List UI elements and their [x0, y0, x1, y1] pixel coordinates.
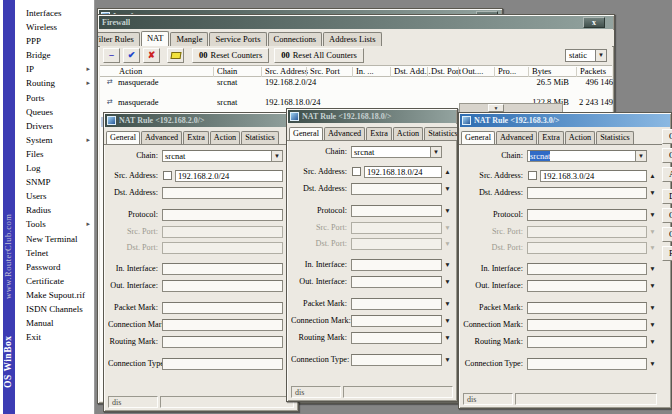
field-input-protocol[interactable] [527, 209, 647, 221]
table-row[interactable]: ⇄masqueradesrcnat192.168.2.0/2426.5 MiB4… [101, 77, 613, 87]
field-input-in-interface[interactable] [162, 263, 283, 275]
dialog-titlebar[interactable]: NAT Rule <192.168.3.0/> [460, 114, 670, 127]
tab-service-ports[interactable]: Service Ports [209, 32, 266, 46]
sidebar-item-telnet[interactable]: Telnet [15, 246, 94, 260]
field-input-src-address[interactable]: 192.168.18.0/24 [364, 166, 442, 178]
field-input-in-interface[interactable] [527, 263, 647, 275]
field-input-src-address[interactable]: 192.168.2.0/24 [175, 170, 283, 182]
comment-button[interactable]: Comment [662, 208, 672, 223]
invert-checkbox[interactable] [352, 167, 361, 176]
field-input-connection-type[interactable] [351, 354, 442, 366]
sidebar-item-wireless[interactable]: Wireless [15, 20, 94, 34]
tab-general[interactable]: General [106, 131, 140, 144]
copy-button[interactable]: Copy [662, 227, 672, 242]
field-input-out-interface[interactable] [351, 276, 442, 288]
chevron-down-icon[interactable]: ▼ [442, 356, 453, 363]
sidebar-item-make-supout-rif[interactable]: Make Supout.rif [15, 288, 94, 302]
field-input-packet-mark[interactable] [351, 298, 442, 310]
sidebar-item-ip[interactable]: IP▸ [15, 62, 94, 76]
field-input-connection-mark[interactable] [527, 319, 647, 331]
tab-advanced[interactable]: Advanced [324, 127, 365, 140]
tab-general[interactable]: General [461, 131, 495, 144]
tab-address-lists[interactable]: Address Lists [323, 32, 382, 46]
cancel-button[interactable]: Cancel [662, 148, 672, 163]
column-header-out[interactable]: Out.... [458, 67, 483, 77]
tab-extra[interactable]: Extra [366, 127, 392, 140]
chevron-down-icon[interactable]: ▼ [647, 304, 658, 311]
tab-nat[interactable]: NAT [141, 31, 170, 46]
enable-rule-button[interactable]: ✔ [123, 48, 140, 63]
field-input-dst-address[interactable] [527, 187, 647, 199]
chevron-down-icon[interactable]: ▼ [442, 317, 453, 324]
column-header-dst-add[interactable]: Dst. Add... [390, 67, 431, 77]
tab-action[interactable]: Action [393, 127, 423, 140]
field-input-src-address[interactable]: 192.168.3.0/24 [540, 170, 647, 182]
sidebar-item-password[interactable]: Password [15, 260, 94, 274]
sidebar-item-queues[interactable]: Queues [15, 105, 94, 119]
chevron-down-icon[interactable]: ▼ [442, 240, 453, 247]
disable-button[interactable]: Disable [662, 189, 672, 204]
tab-action[interactable]: Action [565, 131, 595, 144]
field-input-dst-address[interactable] [351, 183, 442, 195]
field-input-chain[interactable]: srcnat▼ [351, 146, 442, 158]
column-header-src-port[interactable]: Src. Port [306, 67, 340, 77]
sidebar-item-new-terminal[interactable]: New Terminal [15, 232, 94, 246]
reset-counters-button[interactable]: 00Reset Counters [192, 48, 269, 63]
column-header-chain[interactable]: Chain [213, 67, 237, 77]
dialog-titlebar[interactable]: NAT Rule <192.168.18.0/> [288, 110, 456, 123]
field-input-protocol[interactable] [351, 205, 442, 217]
column-header-in[interactable]: In. ... [352, 67, 374, 77]
field-input-connection-mark[interactable] [351, 315, 442, 327]
tab-general[interactable]: General [289, 127, 323, 140]
sidebar-item-ppp[interactable]: PPP [15, 34, 94, 48]
tab-advanced[interactable]: Advanced [141, 131, 182, 144]
chevron-down-icon[interactable]: ▼ [635, 151, 646, 161]
column-header-bytes[interactable]: Bytes [528, 67, 551, 77]
field-input-protocol[interactable] [162, 209, 283, 221]
tab-extra[interactable]: Extra [538, 131, 564, 144]
column-header-pro[interactable]: Pro... [494, 67, 516, 77]
chevron-up-icon[interactable]: ▲ [647, 172, 658, 179]
tab-advanced[interactable]: Advanced [496, 131, 537, 144]
chevron-down-icon[interactable]: ▼ [430, 147, 441, 157]
tab-mangle[interactable]: Mangle [170, 32, 208, 46]
column-header-dst-port[interactable]: Dst. Port [427, 67, 461, 77]
firewall-titlebar[interactable]: Firewall x [99, 16, 613, 29]
tab-extra[interactable]: Extra [183, 131, 209, 144]
sidebar-item-users[interactable]: Users [15, 189, 94, 203]
field-input-dst-port[interactable] [527, 242, 647, 254]
comment-button[interactable] [167, 48, 184, 63]
chevron-down-icon[interactable]: ▼ [647, 360, 658, 367]
chevron-down-icon[interactable]: ▼ [442, 334, 453, 341]
field-input-chain[interactable]: srcnat▼ [162, 150, 283, 162]
field-input-connection-type[interactable] [162, 358, 283, 370]
sidebar-item-tools[interactable]: Tools▸ [15, 217, 94, 231]
field-input-out-interface[interactable] [162, 280, 283, 292]
field-input-in-interface[interactable] [351, 259, 442, 271]
ok-button[interactable]: OK [662, 129, 672, 144]
field-input-dst-port[interactable] [351, 238, 442, 250]
dialog-titlebar[interactable]: NAT Rule <192.168.2.0/> [105, 114, 297, 127]
field-input-routing-mark[interactable] [527, 336, 647, 348]
chevron-up-icon[interactable]: ▲ [442, 168, 453, 175]
tab-connections[interactable]: Connections [268, 32, 323, 46]
field-input-src-port[interactable] [527, 226, 647, 238]
sidebar-item-drivers[interactable]: Drivers [15, 119, 94, 133]
field-input-packet-mark[interactable] [162, 302, 283, 314]
disable-rule-button[interactable]: ✘ [143, 48, 160, 63]
tab-statistics[interactable]: Statistics [241, 131, 279, 144]
field-input-src-port[interactable] [162, 226, 283, 238]
field-input-dst-port[interactable] [162, 242, 283, 254]
sidebar-item-ports[interactable]: Ports [15, 91, 94, 105]
sidebar-item-files[interactable]: Files [15, 147, 94, 161]
tab-statistics[interactable]: Statistics [424, 127, 457, 140]
field-input-src-port[interactable] [351, 222, 442, 234]
chevron-down-icon[interactable]: ▼ [271, 151, 282, 161]
chevron-down-icon[interactable]: ▼ [647, 282, 658, 289]
chevron-down-icon[interactable]: ▼ [647, 189, 658, 196]
sidebar-item-isdn-channels[interactable]: ISDN Channels [15, 302, 94, 316]
chevron-down-icon[interactable]: ▼ [442, 300, 453, 307]
field-input-dst-address[interactable] [162, 187, 283, 199]
field-input-connection-type[interactable] [527, 358, 647, 370]
field-input-chain[interactable]: srcnat▼ [527, 150, 647, 162]
